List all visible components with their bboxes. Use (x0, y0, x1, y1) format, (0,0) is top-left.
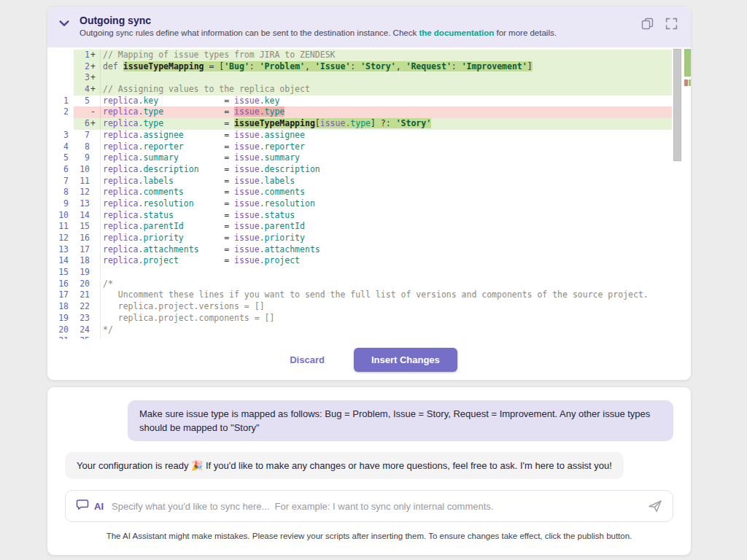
diff-row[interactable]: 812replica.comments = issue.comments (47, 187, 672, 198)
chat-bubble-icon (76, 498, 89, 514)
subtitle-text: Outgoing sync rules define what informat… (80, 28, 419, 37)
diff-row[interactable]: 1822 replica.project.versions = [] (47, 301, 672, 313)
insert-changes-button[interactable]: Insert Changes (354, 348, 457, 372)
assistant-message-text: Your configuration is ready 🎉 If you'd l… (77, 460, 612, 471)
editor-scrollbar[interactable] (673, 49, 681, 161)
page: Outgoing sync Outgoing sync rules define… (0, 0, 747, 560)
fullscreen-icon[interactable] (665, 18, 678, 33)
copy-icon[interactable] (641, 18, 654, 33)
diff-row[interactable]: 1+// Mapping of issue types from JIRA to… (47, 50, 672, 61)
diff-row[interactable]: 6+replica.type = issueTypeMapping[issue.… (47, 118, 672, 130)
overview-added-mark-2 (689, 79, 692, 86)
diff-row[interactable]: 2+def issueTypeMapping = ['Bug': 'Proble… (47, 61, 672, 73)
diff-row[interactable]: 3+ (47, 72, 672, 84)
panel-subtitle: Outgoing sync rules define what informat… (80, 28, 632, 37)
diff-row[interactable]: 1620/* (47, 279, 672, 290)
diff-editor[interactable]: 1+// Mapping of issue types from JIRA to… (47, 47, 692, 341)
diff-row[interactable]: 2024*/ (47, 324, 672, 336)
send-icon[interactable] (648, 499, 662, 513)
sync-prompt-input[interactable] (112, 501, 643, 512)
diff-row[interactable]: 1317replica.attachments = issue.attachme… (47, 244, 672, 256)
outgoing-sync-panel: Outgoing sync Outgoing sync rules define… (47, 6, 692, 381)
diff-action-bar: Discard Insert Changes (47, 339, 692, 380)
diff-row[interactable]: 711replica.labels = issue.labels (47, 176, 672, 187)
panel-header-actions (641, 18, 678, 33)
diff-row[interactable]: 48replica.reporter = issue.reporter (47, 141, 672, 153)
diff-row[interactable]: 4+// Assigning values to the replica obj… (47, 84, 672, 96)
diff-row[interactable]: 15replica.key = issue.key (47, 96, 672, 107)
panel-title: Outgoing sync (80, 15, 632, 26)
chat-input-container: AI (65, 490, 673, 522)
diff-row[interactable]: 1014replica.status = issue.status (47, 210, 672, 222)
discard-button[interactable]: Discard (282, 349, 332, 371)
documentation-link[interactable]: the documentation (419, 28, 494, 37)
diff-row[interactable]: 1216replica.priority = issue.priority (47, 233, 672, 244)
diff-row[interactable]: 1418replica.project = issue.project (47, 255, 672, 267)
collapse-chevron-icon[interactable] (58, 17, 71, 33)
overview-removed-mark (684, 79, 688, 86)
ai-label: AI (94, 501, 104, 512)
diff-row[interactable]: 610replica.description = issue.descripti… (47, 164, 672, 176)
diff-row[interactable]: 1519 (47, 267, 672, 279)
subtitle-text-end: for more details. (494, 28, 557, 37)
diff-row[interactable]: 1115replica.parentId = issue.parentId (47, 221, 672, 233)
diff-row[interactable]: 37replica.assignee = issue.assignee (47, 130, 672, 141)
ai-disclaimer: The AI Assistant might make mistakes. Pl… (65, 532, 673, 540)
user-message-text: Make sure issue type is mapped as follow… (139, 408, 650, 433)
diff-row[interactable]: 1721 Uncomment these lines if you want t… (47, 289, 672, 301)
user-message-bubble: Make sure issue type is mapped as follow… (128, 400, 673, 441)
panel-header: Outgoing sync Outgoing sync rules define… (47, 7, 691, 47)
overview-added-mark (684, 49, 692, 77)
assistant-message-bubble: Your configuration is ready 🎉 If you'd l… (65, 452, 624, 479)
diff-row[interactable]: 59replica.summary = issue.summary (47, 152, 672, 164)
diff-row[interactable]: 1923 replica.project.components = [] (47, 313, 672, 324)
ai-assistant-panel: Make sure issue type is mapped as follow… (47, 386, 692, 556)
diff-overview-ruler (683, 47, 692, 341)
diff-row[interactable]: 913replica.resolution = issue.resolution (47, 198, 672, 210)
diff-lines: 1+// Mapping of issue types from JIRA to… (47, 50, 672, 341)
diff-row[interactable]: 2-replica.type = issue.type (47, 106, 672, 118)
